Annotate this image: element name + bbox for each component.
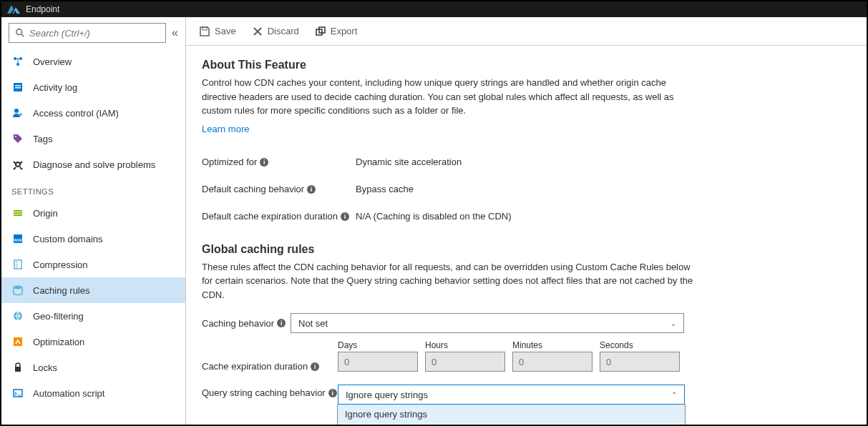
nav-geo-filtering[interactable]: Geo-filtering <box>1 303 185 329</box>
query-string-behavior-label: Query string caching behavior i <box>202 385 338 398</box>
nav-label: Geo-filtering <box>33 311 84 322</box>
info-icon[interactable]: i <box>260 158 268 167</box>
svg-rect-11 <box>14 212 22 214</box>
save-icon <box>199 26 210 37</box>
global-rules-title: Global caching rules <box>202 243 851 256</box>
toolbar: Save Discard Export <box>186 17 867 46</box>
default-expiration-label: Default cache expiration duration i <box>202 211 356 222</box>
query-string-dropdown: Ignore query strings Bypass caching for … <box>337 405 686 425</box>
nav-locks[interactable]: Locks <box>1 355 185 380</box>
minutes-label: Minutes <box>512 340 593 350</box>
optimization-icon <box>11 335 24 348</box>
nav-origin[interactable]: Origin <box>1 200 185 226</box>
nav-caching-rules[interactable]: Caching rules <box>1 277 185 303</box>
nav-label: Origin <box>33 208 58 219</box>
caching-behavior-select[interactable]: Not set ⌄ <box>291 313 684 333</box>
save-button[interactable]: Save <box>199 26 236 37</box>
svg-rect-4 <box>15 85 21 86</box>
nav-automation-script[interactable]: Automation script <box>1 380 185 406</box>
azure-logo-icon <box>7 5 20 14</box>
nav-label: Overview <box>33 56 72 67</box>
nav-overview[interactable]: Overview <box>1 49 185 74</box>
nav-activity-log[interactable]: Activity log <box>1 74 185 100</box>
nav-tags[interactable]: Tags <box>1 126 185 152</box>
export-button[interactable]: Export <box>315 26 358 37</box>
hours-label: Hours <box>425 340 505 350</box>
svg-point-7 <box>19 113 22 116</box>
custom-domains-icon: ww <box>11 232 24 245</box>
seconds-label: Seconds <box>600 340 680 350</box>
default-expiration-value: N/A (Caching is disabled on the CDN) <box>356 211 512 222</box>
geo-filtering-icon <box>11 309 24 322</box>
about-title: About This Feature <box>202 59 851 71</box>
dropdown-option[interactable]: Ignore query strings <box>338 405 685 424</box>
svg-rect-18 <box>14 337 22 346</box>
nav-label: Activity log <box>33 82 77 93</box>
nav-label: Optimization <box>33 337 84 347</box>
caching-rules-icon <box>11 284 24 297</box>
info-icon[interactable]: i <box>307 185 316 194</box>
nav-label: Automation script <box>33 388 104 399</box>
discard-icon <box>252 26 263 37</box>
seconds-input <box>600 352 680 372</box>
nav-label: Access control (IAM) <box>33 108 119 119</box>
compression-icon <box>11 258 24 271</box>
default-caching-behavior-value: Bypass cache <box>356 184 414 194</box>
query-string-behavior-select[interactable]: Ignore query strings ⌃ <box>338 385 685 405</box>
days-input <box>338 352 418 372</box>
top-bar: Endpoint <box>1 1 867 17</box>
info-icon[interactable]: i <box>311 362 319 371</box>
diagnose-icon <box>11 158 24 171</box>
nav-compression[interactable]: Compression <box>1 252 185 277</box>
nav-label: Caching rules <box>33 285 90 296</box>
nav-label: Diagnose and solve problems <box>33 159 155 170</box>
overview-icon <box>11 55 24 68</box>
nav-label: Custom domains <box>33 234 103 244</box>
caching-behavior-label: Caching behavior i <box>202 318 291 329</box>
svg-text:ww: ww <box>13 237 22 243</box>
global-rules-description: These rules affect the CDN caching behav… <box>202 260 696 302</box>
default-caching-behavior-label: Default caching behavior i <box>202 184 356 194</box>
search-icon <box>15 28 25 38</box>
days-label: Days <box>338 340 418 350</box>
search-input[interactable] <box>29 28 160 39</box>
svg-point-8 <box>15 136 16 137</box>
svg-rect-5 <box>15 87 21 89</box>
chevron-up-icon: ⌃ <box>671 391 677 399</box>
svg-point-6 <box>14 109 19 113</box>
nav-optimization[interactable]: Optimization <box>1 329 185 355</box>
collapse-sidebar-button[interactable]: « <box>172 26 178 39</box>
access-control-icon <box>11 106 24 119</box>
nav-custom-domains[interactable]: ww Custom domains <box>1 226 185 252</box>
info-icon[interactable]: i <box>341 212 349 221</box>
info-icon[interactable]: i <box>328 389 337 397</box>
svg-point-9 <box>16 162 20 167</box>
breadcrumb-title: Endpoint <box>26 4 59 14</box>
dropdown-option[interactable]: Bypass caching for query strings <box>338 424 685 425</box>
about-description: Control how CDN caches your content, inc… <box>202 76 696 118</box>
learn-more-link[interactable]: Learn more <box>202 124 249 134</box>
automation-script-icon <box>11 387 24 400</box>
cache-expiration-label: Cache expiration duration i <box>202 361 338 372</box>
discard-button[interactable]: Discard <box>252 26 299 37</box>
nav-diagnose[interactable]: Diagnose and solve problems <box>1 152 185 177</box>
minutes-input <box>512 352 593 372</box>
nav-access-control[interactable]: Access control (IAM) <box>1 100 185 126</box>
export-icon <box>315 26 326 37</box>
nav-section-settings: SETTINGS <box>1 177 185 200</box>
info-icon[interactable]: i <box>277 319 286 327</box>
svg-rect-12 <box>14 214 22 216</box>
main-content: Save Discard Export About This Feature C… <box>186 17 867 425</box>
svg-point-16 <box>14 286 22 289</box>
chevron-down-icon: ⌄ <box>670 320 676 327</box>
hours-input <box>425 352 505 372</box>
svg-rect-10 <box>14 210 22 212</box>
sidebar: « Overview Activity log Access control (… <box>1 17 186 425</box>
search-input-wrapper[interactable] <box>9 23 166 43</box>
tags-icon <box>11 132 24 145</box>
nav-label: Compression <box>33 259 88 270</box>
nav-label: Tags <box>33 134 52 144</box>
optimized-for-label: Optimized for i <box>202 157 356 167</box>
svg-rect-19 <box>15 367 21 372</box>
optimized-for-value: Dynamic site acceleration <box>356 157 462 167</box>
